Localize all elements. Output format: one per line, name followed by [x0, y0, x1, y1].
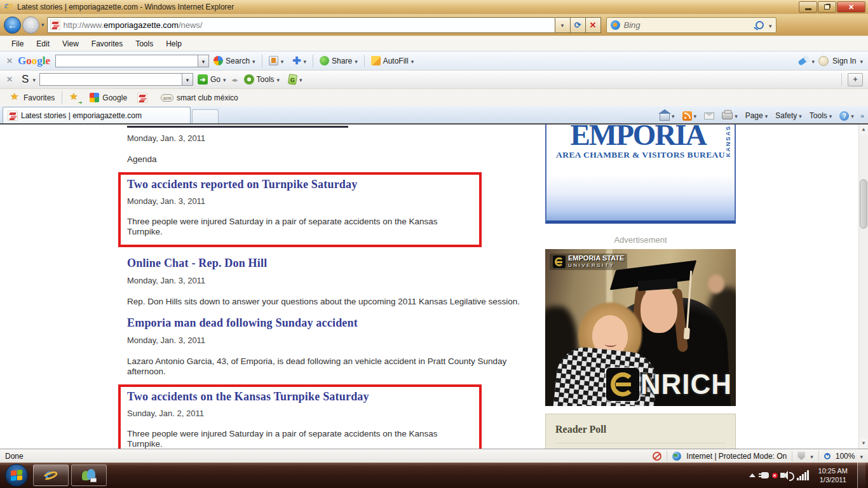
url-domain: emporiagazette.com [104, 20, 179, 30]
search-options-caret[interactable] [769, 20, 772, 30]
minimize-button[interactable] [799, 1, 817, 13]
taskbar-messenger-button[interactable] [71, 464, 107, 486]
zoom-level[interactable]: 100% [836, 452, 855, 461]
secondary-search-history-caret[interactable]: ▾ [182, 73, 193, 86]
add-gadget-button[interactable]: ✚ [288, 53, 311, 69]
show-desktop-button[interactable] [857, 463, 865, 488]
zoom-icon[interactable] [824, 453, 831, 459]
favorite-link-google[interactable]: Google [85, 93, 132, 102]
article-headline-link[interactable]: Two accidents reported on Turnpike Satur… [127, 178, 473, 191]
back-button[interactable]: ← [4, 17, 21, 34]
favorites-button[interactable]: Favorites [5, 93, 60, 103]
google-toolbar-close-icon[interactable]: ✕ [5, 57, 18, 65]
start-button[interactable] [5, 464, 28, 487]
taskbar-clock[interactable]: 10:25 AM 1/3/2011 [818, 466, 848, 484]
read-mail-button[interactable] [702, 112, 717, 119]
coupon-caret[interactable] [299, 75, 302, 84]
news-list: Monday, Jan. 3, 2011 Agenda Two accident… [127, 125, 541, 449]
secondary-search-input[interactable] [39, 73, 182, 86]
address-dropdown-button[interactable] [555, 17, 571, 33]
article-headline-link[interactable]: Online Chat - Rep. Don Hill [127, 257, 541, 270]
search-box[interactable]: Bing [606, 17, 776, 33]
menu-file[interactable]: File [5, 37, 30, 50]
google-logo: Google [18, 55, 50, 67]
feeds-button[interactable] [680, 111, 700, 121]
scrollbar-thumb[interactable] [860, 179, 867, 229]
menu-view[interactable]: View [56, 37, 85, 50]
security-caret[interactable] [810, 452, 813, 461]
stop-button[interactable]: ✕ [586, 17, 601, 33]
menu-tools[interactable]: Tools [129, 37, 159, 50]
stoolbar-tools-caret[interactable] [277, 75, 280, 84]
tracking-blocked-icon[interactable] [653, 452, 661, 461]
add-caret[interactable] [304, 57, 307, 65]
favorite-link-smart-club[interactable]: scm smart club méxico [156, 93, 243, 102]
forward-button[interactable]: → [22, 17, 39, 34]
tools-menu[interactable]: Tools [807, 111, 835, 120]
settings-caret[interactable] [812, 57, 815, 65]
go-button[interactable]: ➜ Go [193, 72, 231, 87]
show-hidden-icons-button[interactable] [749, 473, 756, 477]
secondary-toolbar-close-icon[interactable]: ✕ [5, 75, 18, 84]
home-caret[interactable] [672, 111, 675, 120]
autofill-button[interactable]: AutoFill [367, 53, 419, 69]
security-shield-icon[interactable] [797, 452, 805, 460]
coupon-button[interactable]: G [284, 72, 307, 87]
print-caret[interactable] [735, 111, 738, 120]
collapse-grip-icon[interactable]: ◂▸ [231, 76, 238, 83]
s-logo-caret[interactable] [32, 75, 36, 84]
sign-in-caret[interactable] [860, 57, 863, 65]
home-icon [660, 113, 670, 121]
sign-in-button[interactable]: Sign In [832, 57, 856, 65]
power-icon[interactable] [761, 472, 769, 478]
wrench-icon[interactable] [797, 56, 809, 66]
print-button[interactable] [719, 111, 740, 120]
scroll-down-arrow[interactable]: ▼ [859, 438, 868, 449]
help-caret[interactable] [851, 111, 854, 120]
search-caret[interactable] [252, 57, 255, 65]
go-caret[interactable] [223, 75, 226, 84]
overflow-chevron-icon[interactable]: » [859, 112, 865, 119]
favorite-link-emporiagazette[interactable] [132, 93, 156, 103]
autofill-caret[interactable] [411, 57, 414, 65]
search-icon[interactable] [756, 21, 764, 29]
zoom-caret[interactable] [860, 452, 863, 461]
new-tab-button[interactable] [192, 109, 219, 123]
recent-pages-caret[interactable]: ▾ [41, 22, 44, 28]
google-search-input[interactable] [55, 55, 198, 67]
article-headline-link[interactable]: Emporia man dead following Sunday accide… [127, 316, 541, 330]
safety-menu[interactable]: Safety [773, 111, 804, 120]
alert-badge: ✕ [772, 473, 778, 478]
volume-icon[interactable] [780, 473, 785, 478]
taskbar-ie-button[interactable]: e [33, 464, 69, 486]
add-toolbar-button[interactable]: + [848, 73, 863, 86]
home-button[interactable] [657, 111, 677, 121]
share-caret[interactable] [355, 57, 358, 65]
network-signal-icon[interactable] [797, 470, 809, 480]
close-button[interactable]: ✕ [837, 1, 865, 13]
bookmarks-caret[interactable] [281, 57, 284, 65]
page-menu[interactable]: Page [743, 111, 771, 120]
active-tab[interactable]: Latest stories | emporiagazette.com [3, 107, 191, 123]
menu-favorites[interactable]: Favorites [85, 37, 129, 50]
share-button[interactable]: Share [315, 53, 362, 69]
google-search-button[interactable]: Search [209, 53, 260, 69]
esu-ad-banner[interactable]: EMPORIA STATEUNIVERSITY NRICH [545, 249, 736, 406]
help-button[interactable]: ? [837, 111, 857, 121]
chamber-ad-banner[interactable]: EMPORIA KANSAS AREA CHAMBER & VISITORS B… [545, 125, 736, 224]
google-search-history-caret[interactable]: ▾ [198, 55, 209, 67]
vertical-scrollbar[interactable]: ▲ ▼ [858, 125, 868, 449]
address-bar[interactable]: http://www.emporiagazette.com/news/ [47, 17, 555, 33]
tools-caret [829, 111, 832, 120]
refresh-button[interactable]: ⟳ [571, 17, 586, 33]
restore-button[interactable] [818, 1, 836, 13]
tab-favicon [8, 111, 18, 121]
menu-edit[interactable]: Edit [30, 37, 56, 50]
scroll-up-arrow[interactable]: ▲ [859, 125, 868, 135]
stoolbar-tools-button[interactable]: Tools [240, 72, 285, 87]
bookmarks-button[interactable] [264, 53, 288, 69]
feeds-caret[interactable] [694, 111, 697, 120]
menu-help[interactable]: Help [159, 37, 188, 50]
article-headline-link[interactable]: Two accidents on the Kansas Turnpike Sat… [127, 390, 473, 403]
add-to-favorites-bar-button[interactable] [64, 93, 85, 103]
